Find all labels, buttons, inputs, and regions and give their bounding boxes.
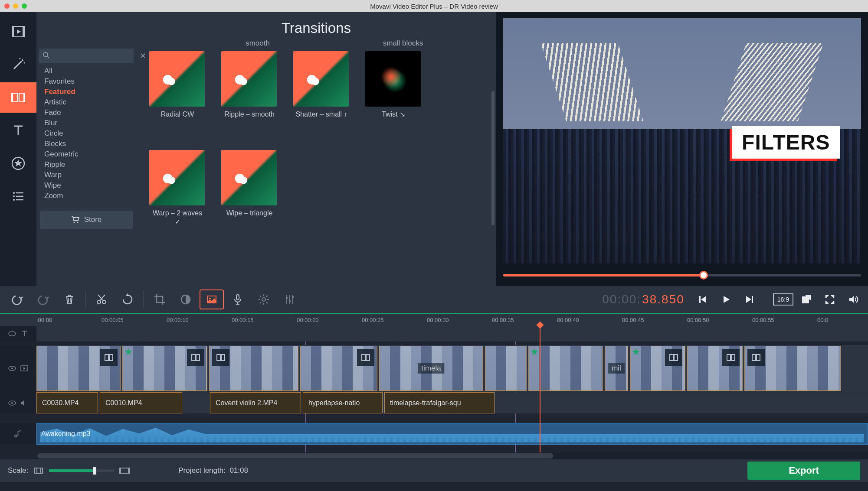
video-clip[interactable] [209, 346, 298, 391]
category-item-blur[interactable]: Blur [41, 118, 132, 128]
title-track[interactable] [36, 326, 868, 341]
transition-marker[interactable] [665, 349, 682, 366]
crop-button[interactable] [147, 289, 172, 309]
category-item-geometric[interactable]: Geometric [41, 149, 132, 159]
minimize-window-button[interactable] [13, 3, 18, 9]
video-clip[interactable]: mil [605, 346, 628, 391]
timeline-ruler[interactable]: :00:0000:00:0500:00:1000:00:1500:00:2000… [0, 313, 868, 326]
svg-point-18 [13, 199, 15, 201]
export-button[interactable]: Export [747, 462, 860, 480]
highlight-button[interactable] [200, 289, 224, 309]
preview-video[interactable]: FILTERS [503, 18, 861, 263]
sidebar-titles-button[interactable] [0, 115, 36, 146]
play-button[interactable] [716, 290, 737, 309]
video-clip[interactable] [36, 346, 121, 391]
audio-clip[interactable]: Covent violin 2.MP4 [210, 392, 301, 413]
video-clip[interactable] [300, 346, 377, 391]
category-item-fade[interactable]: Fade [41, 107, 132, 118]
search-input[interactable] [53, 52, 135, 60]
video-clip[interactable] [630, 346, 685, 391]
maximize-window-button[interactable] [22, 3, 27, 9]
video-clip[interactable] [687, 346, 743, 391]
cut-button[interactable] [89, 289, 114, 309]
category-item-blocks[interactable]: Blocks [41, 139, 132, 149]
fullscreen-button[interactable] [819, 290, 840, 309]
playhead[interactable] [540, 326, 540, 452]
popout-button[interactable] [796, 290, 817, 309]
video-clip[interactable] [122, 346, 207, 391]
music-track[interactable]: Awakening.mp3 [36, 423, 868, 445]
svg-rect-1 [12, 26, 14, 37]
transition-thumb[interactable]: Ripple – smooth [221, 51, 278, 119]
speaker-icon [20, 399, 29, 407]
video-track-head[interactable] [0, 345, 36, 392]
volume-button[interactable] [843, 290, 864, 309]
music-track-head[interactable] [0, 423, 36, 445]
preview-progress[interactable] [503, 269, 861, 282]
panel-scrollbar[interactable] [491, 91, 495, 225]
transition-marker[interactable] [357, 349, 374, 366]
transition-label: Wipe – triangle [221, 209, 278, 218]
category-item-circle[interactable]: Circle [41, 128, 132, 139]
audio-track-head[interactable] [0, 392, 36, 413]
zoom-in-button[interactable] [120, 468, 129, 474]
ruler-tick: 00:00:35 [492, 317, 514, 323]
category-item-all[interactable]: All [41, 66, 132, 76]
video-clip[interactable]: timela [379, 346, 483, 391]
close-window-button[interactable] [4, 3, 10, 9]
transition-marker[interactable] [747, 349, 765, 366]
sidebar-filters-button[interactable] [0, 49, 36, 80]
microphone-button[interactable] [226, 289, 250, 309]
rotate-button[interactable] [115, 289, 140, 309]
undo-button[interactable] [5, 289, 29, 309]
audio-clip[interactable]: C0030.MP4 [36, 392, 98, 413]
transition-thumb[interactable]: Shatter – small ↑ [293, 51, 350, 119]
transition-marker[interactable] [100, 349, 118, 366]
svg-rect-57 [196, 354, 200, 361]
settings-button[interactable] [252, 289, 276, 309]
category-item-artistic[interactable]: Artistic [41, 97, 132, 107]
transition-label: Warp – 2 waves ✓ [149, 209, 206, 226]
category-item-ripple[interactable]: Ripple [41, 159, 132, 170]
audio-clip[interactable]: C0010.MP4 [100, 392, 182, 413]
zoom-slider[interactable] [49, 469, 114, 472]
category-item-favorites[interactable]: Favorites [41, 76, 132, 87]
category-item-featured[interactable]: Featured [41, 87, 132, 97]
store-button[interactable]: Store [40, 211, 133, 229]
progress-knob[interactable] [699, 271, 708, 280]
transition-thumb[interactable]: Twist ↘ [365, 51, 422, 119]
audio-clip[interactable]: hyperlapse-natio [303, 392, 383, 413]
timeline-scrollbar[interactable] [36, 452, 868, 459]
video-clip[interactable] [744, 346, 841, 391]
audio-clip[interactable]: timelapse-trafalgar-squ [384, 392, 495, 413]
category-item-zoom[interactable]: Zoom [41, 191, 132, 201]
transition-thumb[interactable]: Radial CW [149, 51, 206, 119]
video-clip[interactable] [485, 346, 527, 391]
prev-frame-button[interactable] [692, 290, 713, 309]
transition-marker[interactable] [722, 349, 740, 366]
title-track-head[interactable] [0, 326, 36, 341]
ruler-tick: 00:00:25 [362, 317, 384, 323]
aspect-ratio-selector[interactable]: 16:9 [773, 293, 793, 306]
equalizer-button[interactable] [278, 289, 302, 309]
sidebar-stickers-button[interactable] [0, 148, 36, 179]
transition-thumb[interactable]: Warp – 2 waves ✓ [149, 150, 206, 226]
sidebar-more-button[interactable] [0, 181, 36, 211]
transition-marker[interactable] [212, 349, 229, 366]
category-item-warp[interactable]: Warp [41, 170, 132, 180]
delete-button[interactable] [57, 289, 82, 309]
transition-thumb[interactable]: Wipe – triangle [221, 150, 278, 226]
video-track[interactable]: timelamil [36, 345, 868, 392]
sidebar-media-button[interactable] [0, 16, 36, 47]
clip-label: mil [608, 363, 625, 374]
redo-button[interactable] [31, 289, 56, 309]
zoom-out-button[interactable] [34, 468, 43, 474]
transition-marker[interactable] [187, 349, 204, 366]
category-item-wipe[interactable]: Wipe [41, 180, 132, 191]
audio-track[interactable]: C0030.MP4C0010.MP4Covent violin 2.MP4hyp… [36, 392, 868, 413]
sidebar-transitions-button[interactable] [0, 82, 36, 113]
music-clip[interactable]: Awakening.mp3 [36, 423, 868, 445]
transition-label: Radial CW [149, 110, 206, 119]
color-button[interactable] [174, 289, 198, 309]
next-frame-button[interactable] [739, 290, 760, 309]
